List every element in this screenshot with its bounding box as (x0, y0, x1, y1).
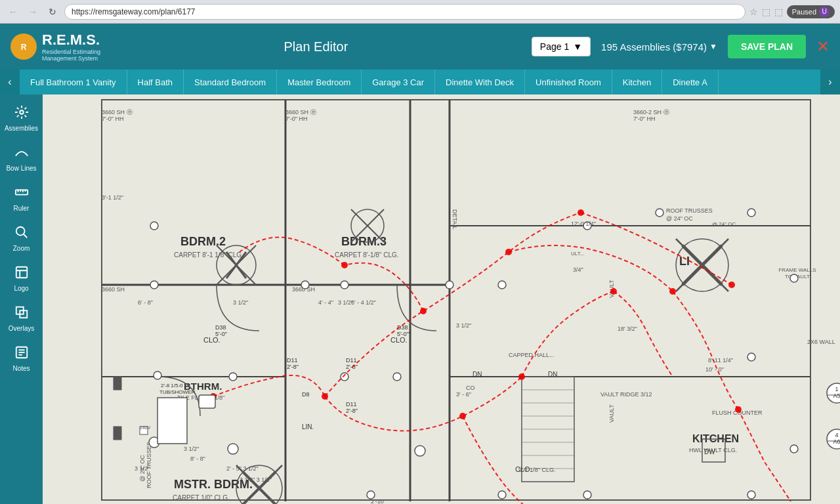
page-dropdown-icon: ▼ (573, 41, 582, 52)
room-tab-dinette-with-deck[interactable]: Dinette With Deck (435, 70, 525, 94)
room-tab-garage-3-car[interactable]: Garage 3 Car (362, 70, 435, 94)
svg-text:4: 4 (835, 432, 838, 438)
svg-text:LI: LI (679, 255, 690, 268)
svg-text:12'-0 1/4": 12'-0 1/4" (571, 220, 596, 227)
svg-text:3660-2 SH ⓔ: 3660-2 SH ⓔ (633, 109, 669, 116)
svg-text:3660 SH ⓔ: 3660 SH ⓔ (102, 109, 133, 116)
svg-text:ROOF TRUSSES: ROOF TRUSSES (146, 442, 152, 488)
sidebar: AssembliesBow LinesRulerZoomLogoOverlays… (0, 94, 43, 504)
svg-text:D8: D8 (302, 391, 310, 398)
svg-rect-191 (114, 427, 121, 440)
app-header: R R.E.M.S. Residential Estimating Manage… (0, 24, 840, 70)
svg-text:3/4": 3/4" (573, 266, 583, 273)
sidebar-item-label-notes: Notes (12, 365, 30, 372)
sidebar-item-assemblies[interactable]: Assemblies (2, 100, 41, 137)
svg-text:5'-0"": 5'-0"" (397, 331, 411, 337)
svg-text:2'-8": 2'-8" (287, 364, 299, 370)
profile-icon[interactable]: ⬚ (774, 7, 783, 17)
svg-text:3 1/2": 3 1/2" (233, 299, 248, 306)
svg-point-8 (16, 227, 24, 236)
brand-subtitle: Residential Estimating (42, 49, 100, 55)
sidebar-item-label-logo: Logo (14, 285, 28, 292)
svg-rect-190 (114, 377, 121, 390)
svg-point-144 (747, 353, 755, 361)
svg-text:A5: A5 (833, 392, 840, 399)
svg-point-155 (578, 209, 584, 216)
sidebar-item-overlays[interactable]: Overlays (2, 300, 41, 337)
forward-button[interactable]: → (25, 4, 41, 20)
svg-point-132 (228, 444, 238, 454)
svg-text:CARPET 1/0" CLG.: CARPET 1/0" CLG. (173, 494, 230, 501)
sidebar-item-logo[interactable]: Logo (2, 260, 41, 297)
room-tab-kitchen[interactable]: Kitchen (612, 70, 662, 94)
room-tab-full-bath-1[interactable]: Full Bathroom 1 Vanity (20, 70, 127, 94)
svg-point-163 (728, 282, 735, 288)
back-button[interactable]: ← (5, 4, 21, 20)
address-bar[interactable]: https://remsgateway.com/plan/6177 (64, 4, 746, 20)
logo-text: R.E.M.S. Residential Estimating Manageme… (42, 32, 100, 62)
url-text: https://remsgateway.com/plan/6177 (72, 7, 196, 16)
svg-line-9 (23, 234, 27, 238)
save-plan-button[interactable]: SAVE PLAN (728, 35, 806, 58)
sidebar-item-bow-lines[interactable]: Bow Lines (2, 140, 41, 177)
room-tab-dinette-a[interactable]: Dinette A (662, 70, 719, 94)
svg-text:6' - 8": 6' - 8" (138, 299, 153, 306)
svg-text:7'-0" HH: 7'-0" HH (633, 116, 655, 122)
svg-text:7'-0" HH: 7'-0" HH (102, 116, 123, 122)
assemblies-label: 195 Assemblies ($7974) (601, 41, 707, 52)
room-tabs-container: ‹ Full Bathroom 1 VanityHalf BathStandar… (0, 70, 840, 94)
brand-name: R.E.M.S. (42, 32, 100, 49)
sidebar-item-label-ruler: Ruler (14, 205, 30, 212)
svg-text:1: 1 (835, 386, 838, 392)
overlays-icon (14, 305, 29, 323)
svg-point-147 (790, 445, 798, 453)
assemblies-cost[interactable]: 195 Assemblies ($7974) ▼ (601, 41, 717, 52)
sidebar-item-label-overlays: Overlays (9, 325, 34, 332)
svg-text:2'-8 1/5-0: 2'-8 1/5-0 (161, 383, 183, 388)
reload-button[interactable]: ↻ (45, 4, 60, 20)
svg-rect-176 (199, 395, 215, 408)
svg-rect-179 (158, 398, 187, 444)
room-tab-half-bath[interactable]: Half Bath (127, 70, 184, 94)
tabs-prev-button[interactable]: ‹ (0, 70, 20, 94)
sidebar-item-zoom[interactable]: Zoom (2, 220, 41, 257)
extensions-icon[interactable]: ⬚ (762, 7, 770, 17)
svg-point-150 (150, 222, 158, 230)
room-tab-master-bedroom[interactable]: Master Bedroom (277, 70, 362, 94)
svg-point-134 (341, 373, 348, 381)
svg-text:CARPET 8'-1 1/8" CLG.: CARPET 8'-1 1/8" CLG. (174, 251, 243, 259)
assemblies-chevron-icon: ▼ (709, 42, 717, 51)
svg-point-156 (669, 288, 676, 295)
sidebar-item-ruler[interactable]: Ruler (2, 180, 41, 217)
main-layout: AssembliesBow LinesRulerZoomLogoOverlays… (0, 94, 840, 504)
svg-text:2X6 WALL: 2X6 WALL (807, 339, 835, 345)
close-button[interactable]: ✕ (816, 37, 830, 56)
svg-text:CARPET 8'-1/8" CLG.: CARPET 8'-1/8" CLG. (335, 251, 399, 259)
ruler-icon (14, 185, 29, 203)
svg-text:ROOF TRUSSES: ROOF TRUSSES (666, 207, 713, 214)
sidebar-item-label-bow-lines: Bow Lines (6, 165, 36, 172)
svg-text:2'-10": 2'-10" (371, 498, 386, 504)
room-tab-standard-bedroom[interactable]: Standard Bedroom (184, 70, 277, 94)
svg-point-135 (393, 373, 401, 381)
svg-text:FRAME WALLS: FRAME WALLS (778, 267, 816, 273)
tabs-next-button[interactable]: › (820, 70, 840, 94)
svg-point-131 (229, 373, 237, 381)
svg-point-2 (20, 110, 24, 114)
svg-point-142 (656, 209, 663, 217)
room-tab-unfinished-room[interactable]: Unfinished Room (525, 70, 612, 94)
svg-text:18' 3/2": 18' 3/2" (618, 326, 637, 332)
svg-text:9'-1 1/8" CLG.: 9'-1 1/8" CLG. (518, 467, 555, 473)
sidebar-item-notes[interactable]: Notes (2, 340, 41, 377)
svg-text:A6: A6 (833, 438, 840, 445)
notes-icon (14, 345, 29, 363)
svg-point-140 (583, 491, 591, 499)
browser-chrome: ← → ↻ https://remsgateway.com/plan/6177 … (0, 0, 840, 24)
page-selector[interactable]: Page 1 ▼ (532, 37, 591, 56)
paused-label: Paused (792, 8, 816, 16)
bookmark-icon[interactable]: ☆ (749, 7, 758, 17)
svg-text:D11: D11 (287, 357, 298, 364)
paused-badge: Paused U (787, 5, 835, 18)
svg-text:8' - 8": 8' - 8" (190, 455, 205, 462)
svg-text:3660 SH: 3660 SH (102, 286, 125, 293)
